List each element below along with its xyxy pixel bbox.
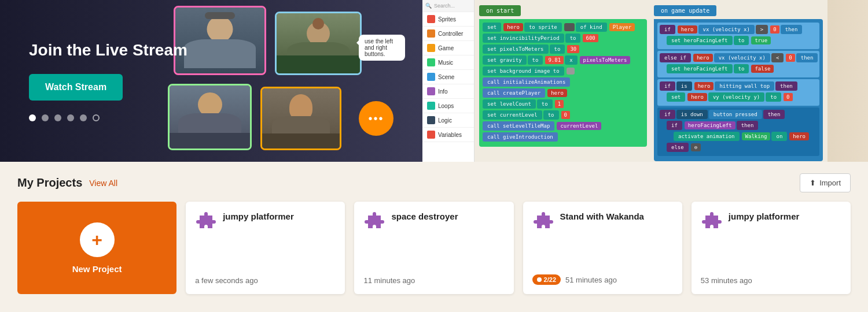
- view-all-link[interactable]: View All: [89, 179, 117, 188]
- carousel-dot-3[interactable]: [54, 114, 61, 121]
- block-row-8: set levelCount to 1: [483, 99, 643, 109]
- hero-section: Join the Live Stream Watch Stream: [0, 0, 868, 162]
- project-time-2: 11 minutes ago: [363, 269, 504, 285]
- on-game-update-panel: on game update if hero vx (velocity x) >…: [654, 5, 823, 161]
- hero-left-content: Join the Live Stream Watch Stream: [0, 17, 216, 144]
- project-time-3: 51 minutes ago: [565, 276, 617, 284]
- projects-grid: + New Project jumpy platformer a few sec…: [17, 202, 851, 294]
- project-time-1: a few seconds ago: [195, 269, 336, 285]
- import-button[interactable]: ⬆ Import: [800, 173, 851, 192]
- hero-title: Join the Live Stream: [29, 40, 187, 60]
- project-card-2-inner: space destroyer 11 minutes ago: [354, 202, 513, 294]
- watch-stream-button[interactable]: Watch Stream: [29, 74, 123, 101]
- sidebar-item-info[interactable]: Info: [422, 84, 474, 99]
- logic-icon: [427, 116, 435, 124]
- block-row-11: call giveIntroduction: [483, 132, 643, 142]
- puzzle-icon-4: [701, 211, 722, 232]
- video-thumb-2: [275, 12, 362, 75]
- project-card-1-inner: jumpy platformer a few seconds ago: [186, 202, 345, 294]
- sprites-icon: [427, 15, 435, 23]
- sidebar-item-logic[interactable]: Logic: [422, 113, 474, 128]
- mc-search: 🔍 Search...: [422, 0, 474, 12]
- project-card-3[interactable]: Stand with Wakanda 2/22 51 minutes ago: [523, 202, 682, 294]
- carousel-dot-5[interactable]: [80, 114, 87, 121]
- loops-icon: [427, 102, 435, 110]
- carousel-dot-4[interactable]: [67, 114, 74, 121]
- speech-bubble: •••: [359, 101, 393, 136]
- project-time-4: 53 minutes ago: [701, 269, 841, 285]
- import-label: Import: [819, 179, 841, 187]
- carousel-dot-1[interactable]: [29, 114, 36, 121]
- new-project-card[interactable]: + New Project: [17, 202, 176, 294]
- project-name-row-3: Stand with Wakanda: [532, 211, 673, 232]
- sidebar-item-variables[interactable]: Variables: [422, 128, 474, 142]
- progress-badge-3: 2/22: [532, 274, 561, 285]
- bottom-section: My Projects View All ⬆ Import + New Proj…: [0, 162, 868, 306]
- project-name-3: Stand with Wakanda: [560, 211, 644, 222]
- search-icon: 🔍: [425, 3, 432, 9]
- block-row-1: set hero to sprite of kind Player: [483, 23, 643, 32]
- carousel-dot-2[interactable]: [42, 114, 49, 121]
- sidebar-item-music[interactable]: Music: [422, 55, 474, 70]
- on-start-panel: on start set hero to sprite of kind Play…: [479, 5, 647, 147]
- controller-icon: [427, 29, 435, 38]
- makecode-sidebar: 🔍 Search... Sprites Controller Game Musi…: [422, 0, 475, 162]
- projects-header: My Projects View All ⬆ Import: [17, 173, 851, 192]
- block-row-3: set pixelsToMeters to 30: [483, 44, 643, 54]
- new-project-icon: +: [80, 222, 115, 257]
- chat-bubble: use the left and right buttons.: [359, 35, 405, 61]
- project-card-4-inner: jumpy platformer 53 minutes ago: [692, 202, 851, 294]
- project-card-3-inner: Stand with Wakanda 2/22 51 minutes ago: [523, 202, 682, 294]
- puzzle-icon-3: [532, 211, 553, 232]
- project-name-row-4: jumpy platformer: [701, 211, 841, 232]
- project-name-2: space destroyer: [391, 211, 458, 222]
- project-card-4[interactable]: jumpy platformer 53 minutes ago: [692, 202, 851, 294]
- project-name-1: jumpy platformer: [223, 211, 294, 222]
- project-name-row-1: jumpy platformer: [195, 211, 336, 232]
- progress-row-3: 2/22 51 minutes ago: [532, 268, 673, 285]
- mc-blocks-wrapper: on start set hero to sprite of kind Play…: [475, 0, 827, 162]
- scene-icon: [427, 73, 435, 81]
- carousel-dot-6[interactable]: [93, 114, 100, 121]
- sidebar-item-scene[interactable]: Scene: [422, 70, 474, 84]
- carousel-dots: [29, 114, 187, 121]
- makecode-area: 🔍 Search... Sprites Controller Game Musi…: [422, 0, 827, 162]
- block-row-4: set gravity to 9.81 x pixelsToMeters: [483, 55, 643, 65]
- speech-bubble-dots: •••: [368, 112, 384, 125]
- on-game-update-header: on game update: [654, 5, 716, 16]
- block-row-9: set currentLevel to 0: [483, 110, 643, 120]
- block-row-6: call initializeAnimations: [483, 77, 643, 87]
- block-row-10: call setLevelTileMap currentLevel: [483, 121, 643, 131]
- variables-icon: [427, 131, 435, 139]
- info-icon: [427, 87, 435, 95]
- new-project-plus: +: [91, 231, 102, 249]
- block-row-2: set invincibilityPeriod to 600: [483, 34, 643, 43]
- projects-title: My Projects: [17, 176, 82, 190]
- project-card-1[interactable]: jumpy platformer a few seconds ago: [186, 202, 345, 294]
- music-icon: [427, 58, 435, 66]
- on-start-header: on start: [479, 5, 521, 16]
- block-row-7: call createPlayer hero: [483, 88, 643, 98]
- new-project-label: New Project: [72, 264, 122, 274]
- project-card-2[interactable]: space destroyer 11 minutes ago: [354, 202, 513, 294]
- sidebar-item-controller[interactable]: Controller: [422, 27, 474, 41]
- sidebar-item-loops[interactable]: Loops: [422, 99, 474, 113]
- video-thumb-4: [260, 87, 341, 150]
- projects-title-group: My Projects View All: [17, 176, 117, 190]
- sidebar-item-game[interactable]: Game: [422, 41, 474, 55]
- import-icon: ⬆: [810, 179, 816, 187]
- puzzle-icon-2: [363, 211, 384, 232]
- game-icon: [427, 44, 435, 52]
- progress-dot: [537, 277, 542, 282]
- project-name-4: jumpy platformer: [729, 211, 800, 222]
- sidebar-item-sprites[interactable]: Sprites: [422, 12, 474, 27]
- project-name-row-2: space destroyer: [363, 211, 504, 232]
- puzzle-icon-1: [195, 211, 216, 232]
- block-row-5: set background image to: [483, 66, 643, 76]
